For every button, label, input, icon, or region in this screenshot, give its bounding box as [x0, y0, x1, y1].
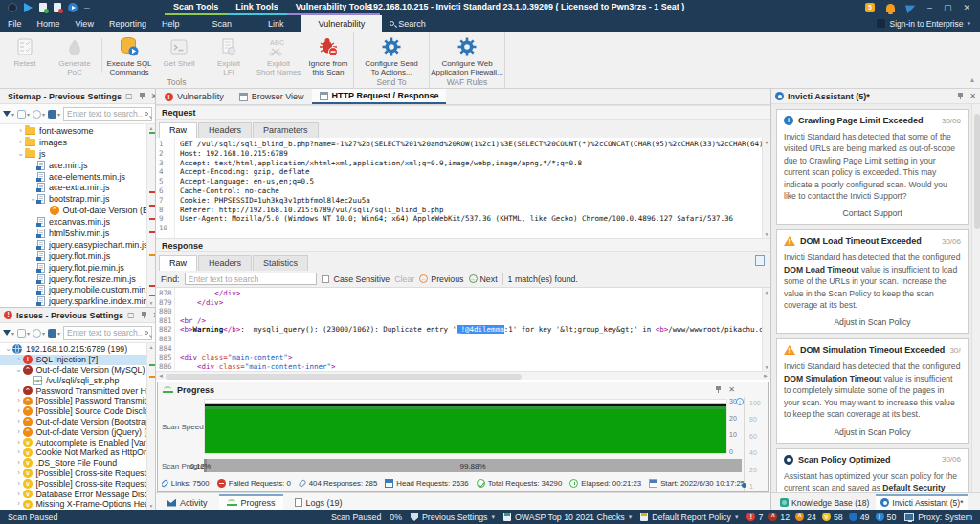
- sitemap-tree-item[interactable]: ›font-awesome: [0, 125, 146, 137]
- response-tab-statistics[interactable]: Statistics: [253, 255, 308, 272]
- close-panel-icon[interactable]: ✕: [969, 92, 976, 100]
- next-button[interactable]: →Next: [469, 274, 498, 284]
- menu-item-file[interactable]: File: [0, 15, 30, 32]
- clear-button[interactable]: Clear: [394, 274, 414, 284]
- issue-tree-item[interactable]: ›^Password Transmitted over HTTP ...: [0, 385, 146, 396]
- expander-icon[interactable]: ⌄: [16, 150, 25, 158]
- issue-tree-item[interactable]: ›^[Possible] Source Code Disclosur...: [0, 406, 146, 417]
- issue-tree-item[interactable]: ›vDatabase Error Message Disclosu...: [0, 489, 146, 499]
- menu-item-home[interactable]: Home: [30, 15, 68, 32]
- sitemap-tree-item[interactable]: jquery.sparkline.index.min...: [0, 295, 146, 307]
- statusbar-dropdown-owasp-top-10-2021-checks[interactable]: OWASP Top 10 2021 Checks▾: [503, 513, 632, 522]
- sitemap-tree-item[interactable]: jquery.flot.pie.min.js: [0, 262, 146, 273]
- request-raw-view[interactable]: 12345678910 GET /vul/sqli/sqli_blind_b.p…: [156, 138, 770, 238]
- pause-icon[interactable]: –: [84, 3, 90, 12]
- issue-tree-item[interactable]: ›v[Possible] Cross-site Request Fo...: [0, 478, 146, 489]
- sitemap-tree-item[interactable]: ⌄bootstrap.min.js: [0, 193, 146, 205]
- group-icon[interactable]: ▾: [48, 110, 60, 119]
- ribbon-button-generate[interactable]: Generate PoC: [50, 34, 100, 76]
- issue-tree-item[interactable]: ›vAutocomplete is Enabled [Variatio...: [0, 437, 146, 448]
- response-hscrollbar[interactable]: ◄►: [156, 371, 770, 380]
- ribbon-button-ignore-from[interactable]: Ignore from this Scan: [303, 34, 353, 76]
- ribbon-button-exploit[interactable]: ABCExploit Short Names: [254, 34, 303, 76]
- maximize-panel-icon[interactable]: ▢: [125, 92, 133, 100]
- ribbon-button-execute-sql[interactable]: Execute SQL Commands: [104, 34, 154, 76]
- pin-icon[interactable]: [958, 93, 963, 99]
- layout-icon[interactable]: ▾: [17, 329, 30, 338]
- sitemap-tree-item[interactable]: ace-extra.min.js: [0, 182, 146, 193]
- count-low[interactable]: v58: [822, 513, 843, 522]
- expander-icon[interactable]: ›: [14, 500, 23, 508]
- menu-tab-scan[interactable]: Scan: [200, 15, 243, 32]
- expander-icon[interactable]: ›: [14, 459, 23, 467]
- tab-vulnerability[interactable]: !Vulnerability: [157, 89, 232, 104]
- menu-tab-vulnerability[interactable]: Vulnerability: [301, 15, 382, 32]
- issue-tree-item[interactable]: ›vMissing X-Frame-Options Header...: [0, 499, 146, 510]
- issue-tree-item[interactable]: ›vCookie Not Marked as HttpOnly [...: [0, 448, 146, 458]
- bell-icon[interactable]: [886, 4, 895, 12]
- find-input[interactable]: [185, 273, 317, 285]
- ribbon-button-exploit[interactable]: Exploit LFI: [204, 34, 254, 76]
- visibility-icon[interactable]: ▾: [33, 110, 45, 119]
- expander-icon[interactable]: ›: [14, 439, 23, 447]
- group-icon[interactable]: ▾: [48, 329, 60, 338]
- sitemap-tree-item[interactable]: ace.min.js: [0, 160, 146, 171]
- card-action-link[interactable]: Adjust in Scan Policy: [784, 427, 961, 437]
- expander-icon[interactable]: ⌄: [4, 345, 12, 353]
- pin-icon[interactable]: [716, 386, 721, 393]
- info-icon[interactable]: i: [736, 398, 744, 405]
- close-panel-icon[interactable]: ✕: [728, 385, 735, 394]
- close-button[interactable]: ✕: [963, 3, 970, 12]
- import-icon[interactable]: [39, 3, 47, 12]
- contextual-tab-group[interactable]: Vulnerability Tools: [287, 0, 381, 15]
- expander-icon[interactable]: ›: [16, 139, 25, 146]
- notification-badge[interactable]: 5: [865, 3, 875, 12]
- sitemap-tree-item[interactable]: jquery.mobile.custom.min.j...: [0, 284, 146, 295]
- maximize-button[interactable]: ▢: [944, 3, 952, 12]
- expander-icon[interactable]: ›: [14, 480, 23, 488]
- expander-icon[interactable]: ›: [16, 127, 25, 135]
- count-medium[interactable]: ^24: [795, 513, 816, 522]
- bottom-tab-progress[interactable]: Progress: [219, 494, 283, 510]
- expander-icon[interactable]: ›: [14, 448, 23, 456]
- sitemap-search-input[interactable]: [67, 109, 143, 119]
- expander-icon[interactable]: ›: [14, 397, 23, 404]
- bottom-tab-logs-[interactable]: Logs (19): [287, 494, 350, 510]
- contextual-tab-group[interactable]: Scan Tools: [165, 0, 227, 15]
- bottom-tab-activity[interactable]: Activity: [160, 494, 215, 510]
- request-tab-raw[interactable]: Raw: [159, 122, 197, 139]
- count-info[interactable]: i50: [876, 513, 897, 522]
- close-panel-icon[interactable]: ✕: [153, 311, 155, 319]
- tab-browser-view[interactable]: Browser View: [232, 89, 312, 104]
- card-action-link[interactable]: Adjust in Scan Policy: [784, 317, 961, 327]
- expander-icon[interactable]: ⌄: [14, 366, 23, 374]
- previous-button[interactable]: ←Previous: [419, 274, 463, 284]
- expander-icon[interactable]: ›: [14, 407, 23, 415]
- sitemap-scrollbar[interactable]: ▲ ▼: [146, 124, 155, 307]
- request-tab-parameters[interactable]: Parameters: [253, 122, 319, 139]
- visibility-icon[interactable]: ▾: [33, 329, 45, 338]
- right-tab-knowledge-base-[interactable]: Knowledge Base (18): [775, 494, 874, 510]
- sitemap-tree-item[interactable]: excanvas.min.js: [0, 216, 146, 228]
- close-panel-icon[interactable]: ✕: [151, 92, 155, 100]
- issues-search-input[interactable]: [67, 328, 143, 338]
- app-icon[interactable]: [8, 3, 17, 12]
- expander-icon[interactable]: ›: [14, 356, 23, 363]
- expander-icon[interactable]: ›: [14, 418, 23, 426]
- statusbar-dropdown-previous-settings[interactable]: Previous Settings▾: [411, 513, 495, 522]
- count-best-practice[interactable]: 49: [849, 513, 870, 522]
- expander-icon[interactable]: ›: [14, 428, 23, 436]
- request-tab-headers[interactable]: Headers: [198, 122, 252, 139]
- menu-search[interactable]: Search: [382, 15, 434, 32]
- response-tab-raw[interactable]: Raw: [159, 255, 197, 272]
- pin-icon[interactable]: [142, 312, 146, 318]
- menu-item-help[interactable]: Help: [154, 15, 188, 32]
- ribbon-button-get-shell[interactable]: Get Shell: [154, 34, 204, 68]
- ribbon-button-configure-send[interactable]: Configure Send To Actions...: [354, 34, 429, 76]
- issue-tree-item[interactable]: ⌄192.168.10.215:6789 (199): [0, 344, 146, 355]
- case-sensitive-checkbox[interactable]: [322, 275, 329, 283]
- pin-icon[interactable]: [140, 93, 145, 99]
- signin-enterprise[interactable]: Sign-in to Enterprise ▾: [877, 15, 970, 32]
- issue-tree-item[interactable]: ›^Out-of-date Version (jQuery) [Vari...: [0, 426, 146, 437]
- sitemap-tree-item[interactable]: ⌄js: [0, 148, 146, 160]
